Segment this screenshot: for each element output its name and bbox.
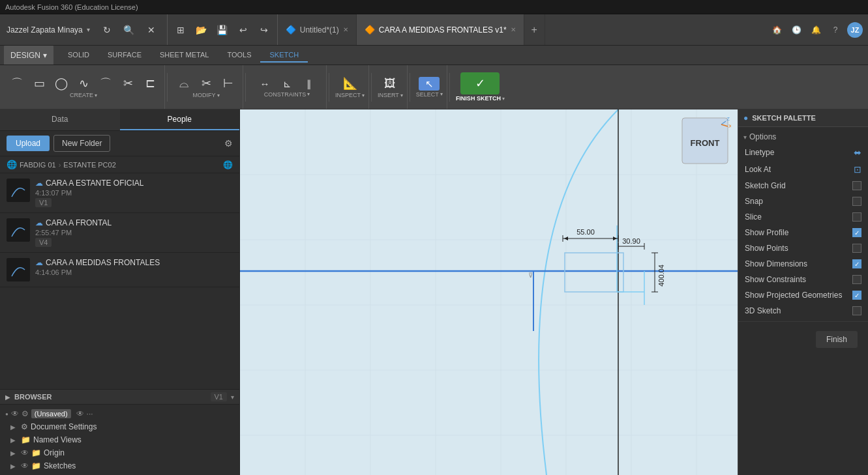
finish-label[interactable]: FINISH SKETCH ▾ bbox=[456, 95, 505, 102]
settings-icon[interactable]: ⚙ bbox=[224, 138, 233, 149]
tab-icon: 🔷 bbox=[286, 25, 296, 35]
tab-solid[interactable]: SOLID bbox=[59, 48, 98, 63]
tab-surface[interactable]: SURFACE bbox=[98, 48, 151, 63]
new-folder-button[interactable]: New Folder bbox=[53, 135, 110, 152]
open-file-button[interactable]: 📂 bbox=[192, 21, 211, 39]
data-tab[interactable]: Data bbox=[0, 109, 120, 130]
tab-action-account[interactable]: JZ bbox=[847, 22, 863, 38]
tool-select[interactable]: ↖ bbox=[419, 77, 440, 91]
finish-button[interactable]: Finish bbox=[816, 331, 858, 348]
finish-sketch-button[interactable]: ✓ bbox=[460, 72, 500, 94]
insert-label[interactable]: INSERT ▾ bbox=[378, 92, 403, 98]
tool-arc[interactable]: ⌒ bbox=[7, 76, 27, 91]
view-cube[interactable]: FRONT Z X bbox=[679, 115, 731, 167]
tool-extend[interactable]: ⊢ bbox=[218, 76, 239, 91]
show-profile-checkbox[interactable] bbox=[852, 228, 861, 237]
browser-expand-icon[interactable]: ▶ bbox=[5, 394, 10, 401]
palette-options-header[interactable]: ▾ Options bbox=[738, 130, 868, 144]
look-at-icon[interactable]: ⊡ bbox=[854, 164, 861, 175]
tab-action-notification[interactable]: 🔔 bbox=[808, 22, 824, 38]
list-item[interactable]: ☁ CARA A FRONTAL 2:55:47 PM V4 bbox=[0, 213, 239, 253]
linetype-icon[interactable]: ⬌ bbox=[854, 147, 861, 158]
sketch-grid-label: Sketch Grid bbox=[745, 181, 848, 190]
list-item[interactable]: ☁ CARA A ESTANTE OFICIAL 4:13:07 PM V1 bbox=[0, 173, 239, 213]
list-item[interactable]: ☁ CARA A MEDIDAS FRONTALES 4:14:06 PM bbox=[0, 253, 239, 287]
tool-circle[interactable]: ◯ bbox=[51, 76, 72, 91]
inspect-label[interactable]: INSPECT ▾ bbox=[335, 92, 365, 98]
modify-label[interactable]: MODIFY ▾ bbox=[193, 92, 220, 98]
tool-trim[interactable]: ✂ bbox=[117, 76, 138, 91]
show-dimensions-checkbox[interactable] bbox=[852, 259, 861, 268]
tree-root-vis-icon[interactable]: 👁 bbox=[11, 409, 19, 418]
breadcrumb-globe-icon[interactable]: 🌐 bbox=[7, 160, 17, 169]
tree-item-named-views[interactable]: ▶ 📁 Named Views bbox=[0, 433, 239, 446]
people-tab[interactable]: People bbox=[120, 109, 240, 130]
tab-action-home[interactable]: 🏠 bbox=[769, 22, 785, 38]
tool-dim[interactable]: ↔ bbox=[254, 77, 275, 91]
file-time-1: 4:13:07 PM bbox=[35, 189, 233, 197]
tab-close-untitled[interactable]: ✕ bbox=[343, 26, 348, 33]
tool-offset[interactable]: ⊏ bbox=[140, 76, 160, 91]
sketch-grid-checkbox[interactable] bbox=[852, 181, 861, 190]
snap-label: Snap bbox=[745, 197, 848, 206]
design-dropdown-button[interactable]: DESIGN ▾ bbox=[4, 46, 53, 65]
file-version-1[interactable]: V1 bbox=[35, 198, 52, 207]
browser-version[interactable]: V1 bbox=[211, 392, 227, 401]
tool-trim2[interactable]: ✂ bbox=[196, 76, 217, 91]
tree-root-vis2-icon[interactable]: 👁 bbox=[76, 409, 84, 418]
tree-item-origin[interactable]: ▶ 👁 📁 Origin bbox=[0, 446, 239, 459]
tab-action-history[interactable]: 🕒 bbox=[788, 22, 804, 38]
refresh-button[interactable]: ↻ bbox=[98, 21, 116, 39]
breadcrumb-fabdig[interactable]: FABDIG 01 bbox=[20, 161, 56, 169]
show-projected-checkbox[interactable] bbox=[852, 291, 861, 300]
viewport[interactable]: 55.00 30.90 400.04 ⊽ Z X FRONT bbox=[240, 109, 868, 475]
tool-rect[interactable]: ▭ bbox=[29, 76, 50, 91]
options-arrow-icon: ▾ bbox=[743, 134, 747, 141]
tab-cara-medidas[interactable]: 🔶 CARA A MEDIDAS FRONTALES v1* ✕ bbox=[357, 14, 524, 45]
apps-button[interactable]: ⊞ bbox=[172, 21, 190, 39]
tree-item-root[interactable]: ● 👁 ⚙ (Unsaved) 👁 ··· bbox=[0, 407, 239, 420]
tab-untitled[interactable]: 🔷 Untitled*(1) ✕ bbox=[278, 14, 357, 45]
tool-arc2[interactable]: ⌒ bbox=[95, 76, 116, 91]
close-panel-button[interactable]: ✕ bbox=[142, 21, 160, 39]
user-dropdown-icon[interactable]: ▾ bbox=[87, 26, 90, 33]
tool-constraint1[interactable]: ⊾ bbox=[277, 77, 297, 91]
search-button[interactable]: 🔍 bbox=[120, 21, 138, 39]
user-area[interactable]: Jazzel Zapata Minaya ▾ ↻ 🔍 ✕ bbox=[0, 14, 168, 45]
show-points-checkbox[interactable] bbox=[852, 244, 861, 253]
undo-button[interactable]: ↩ bbox=[234, 21, 252, 39]
3d-sketch-checkbox[interactable] bbox=[852, 306, 861, 315]
tool-fillet[interactable]: ⌓ bbox=[173, 76, 194, 91]
tree-item-sketches[interactable]: ▶ 👁 📁 Sketches bbox=[0, 459, 239, 472]
tree-root-settings-icon[interactable]: ⚙ bbox=[22, 409, 29, 418]
redo-button[interactable]: ↪ bbox=[255, 21, 273, 39]
snap-checkbox[interactable] bbox=[852, 197, 861, 206]
breadcrumb-estante[interactable]: ESTANTE PC02 bbox=[63, 161, 116, 169]
file-version-2[interactable]: V4 bbox=[35, 238, 52, 247]
upload-button[interactable]: Upload bbox=[7, 136, 50, 151]
tab-tools[interactable]: TOOLS bbox=[218, 48, 260, 63]
tab-sheet-metal[interactable]: SHEET METAL bbox=[151, 48, 218, 63]
modify-tools: ⌓ ✂ ⊢ bbox=[173, 76, 239, 91]
new-tab-button[interactable]: + bbox=[524, 14, 545, 45]
save-button[interactable]: 💾 bbox=[213, 21, 232, 39]
tool-constraint2[interactable]: ∥ bbox=[299, 77, 320, 91]
show-constraints-checkbox[interactable] bbox=[852, 275, 861, 284]
tool-measure[interactable]: 📐 bbox=[340, 76, 361, 91]
tab-action-help[interactable]: ? bbox=[828, 22, 843, 38]
tree-eye2-icon[interactable]: 👁 bbox=[21, 448, 29, 457]
tree-item-doc-settings[interactable]: ▶ ⚙ Document Settings bbox=[0, 420, 239, 433]
select-label[interactable]: SELECT ▾ bbox=[416, 91, 443, 98]
tree-sketches-label: Sketches bbox=[44, 461, 234, 470]
tree-root-dots-icon[interactable]: ··· bbox=[87, 409, 93, 418]
constraints-label[interactable]: CONSTRAINTS ▾ bbox=[264, 91, 310, 98]
tab-sketch[interactable]: SKETCH bbox=[260, 48, 308, 63]
tool-insert-img[interactable]: 🖼 bbox=[380, 76, 400, 91]
tool-spline[interactable]: ∿ bbox=[73, 76, 94, 91]
tree-eye3-icon[interactable]: 👁 bbox=[21, 461, 29, 470]
show-constraints-label: Show Constraints bbox=[745, 275, 848, 284]
create-label[interactable]: CREATE ▾ bbox=[70, 92, 97, 98]
slice-checkbox[interactable] bbox=[852, 212, 861, 222]
tab-close-cara[interactable]: ✕ bbox=[511, 26, 516, 33]
palette-row-snap: Snap bbox=[738, 194, 868, 209]
